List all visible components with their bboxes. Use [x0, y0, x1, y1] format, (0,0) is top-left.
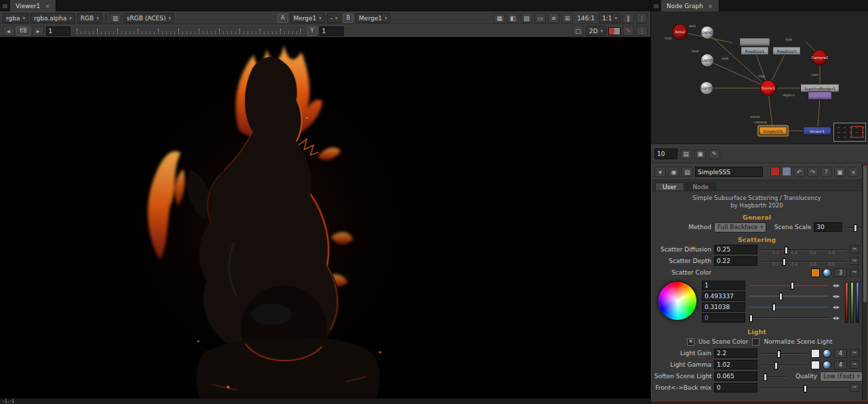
fstop-toggle[interactable]: f/8	[16, 26, 31, 36]
marquee-select-icon[interactable]: ▢	[572, 26, 584, 36]
slider-handle[interactable]	[785, 247, 788, 254]
alpha-channel-dropdown[interactable]: rgba.alpha ▾	[31, 13, 75, 23]
node-scene1[interactable]: Scene1	[760, 80, 776, 96]
close-icon[interactable]: ×	[45, 3, 50, 9]
edit-icon[interactable]: ✎	[709, 149, 720, 159]
animation-curve-button[interactable]: ~	[850, 384, 859, 392]
hue-cursor-icon[interactable]: +	[681, 295, 685, 300]
node-camera1[interactable]: Camera1	[812, 49, 828, 66]
zoom-level[interactable]: 146:1	[575, 15, 597, 22]
viewer-menu-icon[interactable]: ⋮	[636, 13, 648, 23]
node-simplesss[interactable]: SimpleSSS	[759, 127, 787, 136]
display-lut-icon[interactable]: ▥	[110, 13, 121, 23]
center-node-icon[interactable]: ◉	[668, 167, 679, 177]
node-graph-minimap[interactable]	[833, 123, 866, 142]
slider-handle[interactable]	[804, 385, 807, 392]
nudge-arrows[interactable]: ◀▶	[833, 315, 840, 320]
node-light5[interactable]: Light5	[701, 54, 714, 67]
animation-curve-button[interactable]: ~	[850, 257, 859, 265]
node-light2[interactable]: Light2	[701, 26, 714, 39]
close-panel-icon[interactable]: ×	[848, 167, 859, 177]
color-red-input[interactable]	[702, 281, 745, 290]
color-wheel-toggle-icon[interactable]	[823, 361, 831, 369]
node-unnamed[interactable]	[808, 92, 832, 100]
nudge-arrows[interactable]: ◀▶	[833, 304, 840, 309]
light-gain-color-swatch[interactable]	[811, 349, 820, 358]
annotations-icon[interactable]: ✎	[623, 26, 634, 36]
properties-scrollbar[interactable]	[862, 164, 867, 401]
input-a-dropdown[interactable]: Merge1 ▾	[290, 13, 325, 23]
light-gamma-color-swatch[interactable]	[811, 361, 820, 369]
node-color-swatch[interactable]	[770, 167, 780, 176]
color-alpha-slider[interactable]	[748, 313, 830, 322]
node-graph-canvas[interactable]: Axis2Light2Light5Light3ReadGeo1ReadGeo3C…	[651, 12, 868, 144]
gamma-toggle[interactable]: Y	[307, 26, 317, 36]
scatter-diffusion-slider[interactable]: 0.20.40.60.8	[760, 245, 847, 254]
slider-handle[interactable]	[764, 373, 767, 381]
light-gamma-slider[interactable]	[760, 361, 808, 369]
slider-handle[interactable]	[783, 258, 786, 266]
gain-increment-icon[interactable]: ▸	[33, 26, 44, 36]
color-red-slider[interactable]	[748, 281, 830, 289]
color-green-slider[interactable]	[748, 291, 830, 300]
float-window-icon[interactable]: ▣	[834, 167, 846, 177]
soften-scene-light-slider[interactable]	[760, 372, 787, 381]
scrollbar-thumb[interactable]	[863, 165, 867, 302]
collapse-arrow-icon[interactable]: ▾	[654, 167, 666, 177]
animation-curve-button[interactable]: ~	[850, 268, 859, 277]
channel-mini-sliders[interactable]	[844, 280, 859, 323]
soften-scene-light-input[interactable]	[714, 371, 757, 381]
max-panels-input[interactable]	[654, 148, 677, 159]
lock-panel-icon[interactable]: ▤	[682, 167, 693, 177]
use-scene-color-checkbox[interactable]: ×	[687, 338, 694, 346]
colorspace-dropdown[interactable]: sRGB (ACES) ▾	[123, 13, 174, 23]
slider-handle[interactable]	[791, 282, 794, 289]
clear-panels-icon[interactable]: ▣	[694, 149, 706, 159]
proxy-ratio-dropdown[interactable]: 1:1 ▾	[599, 13, 620, 23]
undo-icon[interactable]: ↶	[793, 167, 805, 177]
close-icon[interactable]: ×	[708, 3, 713, 9]
panel-menu-icon[interactable]: ▤	[0, 0, 10, 12]
pause-icon[interactable]: ∥	[623, 13, 634, 23]
light-gain-input[interactable]	[714, 348, 757, 358]
roi-icon[interactable]: ▭	[534, 13, 546, 23]
input-a-chip[interactable]: A	[277, 14, 288, 23]
overlay-menu-icon[interactable]: ≡	[548, 13, 559, 23]
scatter-diffusion-input[interactable]	[714, 245, 757, 254]
node-axis2[interactable]: Axis2	[672, 24, 688, 40]
normalize-scene-light-checkbox[interactable]	[752, 338, 760, 346]
lock-panels-icon[interactable]: ▤	[680, 149, 692, 159]
channel-count-button[interactable]: 4	[834, 361, 847, 369]
slider-handle[interactable]	[774, 362, 778, 369]
wipe-icon[interactable]: ◧	[507, 13, 519, 23]
tab-viewer1[interactable]: Viewer1 ×	[10, 0, 56, 12]
tab-user[interactable]: User	[655, 182, 684, 190]
color-wheel[interactable]: +	[658, 282, 696, 320]
view-mode-dropdown[interactable]: 2D ▾	[586, 26, 606, 36]
node-readgeo1[interactable]: ReadGeo1	[741, 47, 769, 56]
scatter-depth-slider[interactable]: 0.20.40.60.8	[760, 257, 847, 266]
light-gamma-input[interactable]	[714, 360, 757, 369]
node-viewer1[interactable]: Viewer1	[803, 127, 831, 136]
slider-handle[interactable]	[772, 304, 776, 311]
method-dropdown[interactable]: Full Backface ▾	[714, 222, 766, 233]
framerate-icon[interactable]: ⊞	[561, 13, 573, 23]
node-readgeo3[interactable]: ReadGeo3	[772, 47, 801, 56]
blend-mode-dropdown[interactable]: - ▾	[327, 13, 341, 23]
input-b-dropdown[interactable]: Merge1 ▾	[355, 13, 390, 23]
color-alpha-input[interactable]	[702, 313, 745, 323]
red-mini-slider[interactable]	[845, 282, 848, 323]
tab-node[interactable]: Node	[686, 182, 717, 190]
front-back-mix-slider[interactable]	[760, 384, 847, 392]
nudge-arrows[interactable]: ◀▶	[833, 294, 840, 298]
slider-handle[interactable]	[854, 224, 857, 232]
slider-handle[interactable]	[749, 315, 753, 322]
node-light3[interactable]: Light3	[700, 81, 713, 95]
display-mode-dropdown[interactable]: RGB ▾	[77, 13, 102, 23]
panel-menu-icon[interactable]: ▤	[651, 0, 661, 12]
channel-count-button[interactable]: 3	[834, 268, 847, 277]
channel-count-button[interactable]: 4	[834, 349, 847, 358]
tab-node-graph[interactable]: Node Graph ×	[661, 0, 719, 12]
input-b-chip[interactable]: B	[343, 14, 354, 23]
help-icon[interactable]: ?	[821, 167, 832, 177]
